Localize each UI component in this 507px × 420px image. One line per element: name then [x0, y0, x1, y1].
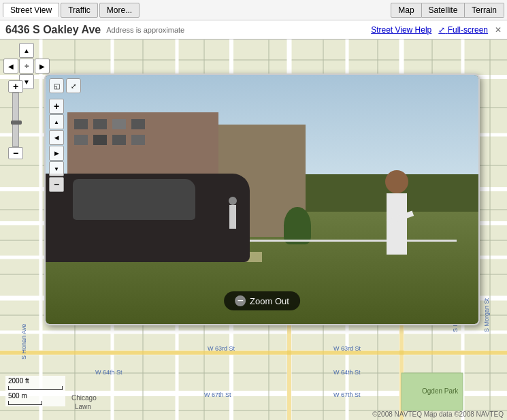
zoom-out-map-button[interactable]: − [8, 147, 23, 159]
popup-zoom-plus-button[interactable]: + [49, 99, 64, 114]
popup-shrink-button[interactable]: ◱ [49, 78, 64, 93]
nav-up-button[interactable]: ▲ [19, 43, 34, 58]
more-button[interactable]: More... [99, 3, 140, 18]
close-button[interactable]: ✕ [495, 25, 502, 35]
popup-pan-left-button[interactable]: ◀ [49, 130, 64, 145]
svg-text:S Honan Ave: S Honan Ave [20, 324, 27, 359]
sv-person-2 [227, 197, 238, 234]
zoom-out-label: Zoom Out [250, 296, 289, 306]
popup-controls: ◱ ⤢ [49, 78, 81, 93]
nav-right-button[interactable]: ▶ [35, 59, 50, 74]
svg-text:S Morgan St: S Morgan St [483, 297, 490, 332]
map-container[interactable]: W 63rd St W 61st St W 61st W 63rd St W 6… [0, 39, 507, 420]
full-screen-icon: ⤢ [438, 25, 445, 35]
copyright-text: ©2008 NAVTEQ Map data ©2008 NAVTEQ [372, 410, 504, 418]
scale-bar: 2000 ft 500 m [5, 376, 65, 406]
speech-tail [250, 324, 274, 325]
sv-fence [218, 240, 457, 242]
map-button[interactable]: Map [391, 3, 421, 18]
nav-center-button[interactable]: ✛ [19, 59, 34, 74]
scale-line-1 [8, 386, 63, 390]
street-view-button[interactable]: Street View [3, 3, 59, 17]
svg-text:W 67th St: W 67th St [333, 391, 361, 398]
terrain-button[interactable]: Terrain [465, 3, 504, 18]
zoom-controls: + − [8, 80, 23, 159]
zoom-in-button[interactable]: + [8, 80, 23, 93]
sv-person [380, 159, 414, 255]
svg-text:Lawn: Lawn [75, 403, 91, 410]
sv-person-head [385, 170, 408, 193]
popup-zoom-minus-button[interactable]: − [49, 177, 64, 192]
zoom-slider-track[interactable] [12, 93, 19, 147]
address-text: 6436 S Oakley Ave [5, 24, 101, 36]
satellite-button[interactable]: Satellite [422, 3, 465, 18]
map-type-group: Map Satellite Terrain [391, 3, 504, 18]
sv-car [46, 174, 250, 262]
popup-zoom-controls: + ▲ ◀ ▶ ▼ − [49, 99, 64, 192]
svg-text:W 64th St: W 64th St [333, 369, 361, 376]
popup-pan-right-button[interactable]: ▶ [49, 146, 64, 161]
sv-tree-2 [284, 207, 311, 244]
svg-text:W 63rd St: W 63rd St [208, 345, 235, 352]
scale-label-1: 2000 ft [8, 377, 63, 385]
svg-text:W 63rd St: W 63rd St [333, 345, 361, 352]
popup-pan-down-button[interactable]: ▼ [49, 161, 64, 176]
scale-line-2 [8, 401, 42, 405]
address-bar: 6436 S Oakley Ave Address is approximate… [0, 20, 507, 39]
svg-text:W 64th St: W 64th St [95, 369, 122, 376]
nav-left-button[interactable]: ◀ [3, 59, 18, 74]
popup-expand-button[interactable]: ⤢ [66, 78, 81, 93]
street-view-help-link[interactable]: Street View Help [371, 25, 431, 35]
address-right-controls: Street View Help ⤢ Full-screen ✕ [371, 25, 502, 35]
popup-zoom-inner: + ▲ ◀ ▶ ▼ − [49, 99, 64, 192]
street-view-image[interactable]: − Zoom Out [46, 75, 478, 324]
toolbar: Street View Traffic More... Map Satellit… [0, 0, 507, 20]
street-view-popup: − Zoom Out ◱ ⤢ + ▲ ◀ ▶ ▼ − [44, 74, 480, 325]
svg-text:Ogden Park: Ogden Park [422, 387, 459, 395]
sv-car-window [73, 179, 195, 220]
zoom-slider-thumb[interactable] [11, 120, 22, 125]
svg-text:Chicago: Chicago [71, 394, 97, 402]
scale-label-2: 500 m [8, 392, 63, 400]
address-approx: Address is approximate [106, 26, 184, 34]
popup-pan-up-button[interactable]: ▲ [49, 114, 64, 129]
traffic-button[interactable]: Traffic [61, 3, 98, 18]
svg-text:W 67th St: W 67th St [204, 391, 231, 398]
zoom-out-button[interactable]: − Zoom Out [224, 291, 300, 310]
full-screen-link[interactable]: ⤢ Full-screen [438, 25, 488, 35]
minus-icon: − [235, 295, 246, 306]
